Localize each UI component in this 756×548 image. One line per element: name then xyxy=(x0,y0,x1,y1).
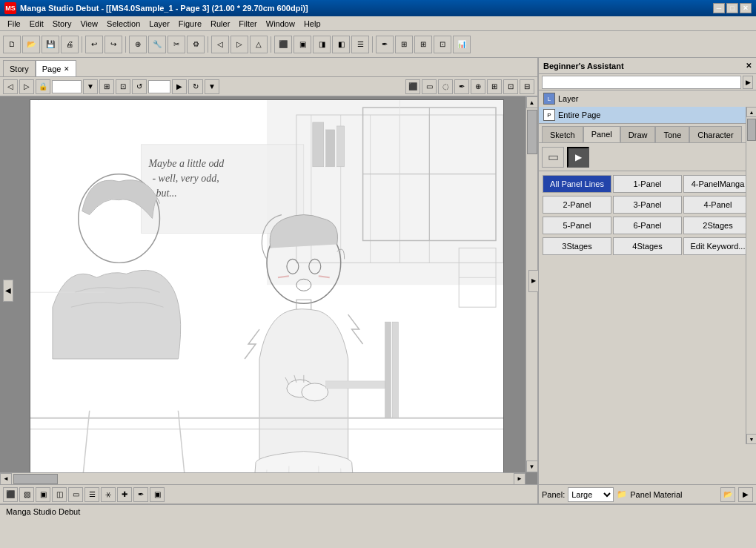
restore-button[interactable]: □ xyxy=(726,3,738,13)
ct-rotate-cw[interactable]: ↻ xyxy=(188,79,203,94)
panel-cell-1-panel[interactable]: 1-Panel xyxy=(613,175,682,193)
ct-select-lasso[interactable]: ◌ xyxy=(438,79,453,94)
panel-expand-button[interactable]: ▶ xyxy=(528,270,539,292)
close-button[interactable]: ✕ xyxy=(740,3,752,13)
cb-btn-6[interactable]: ☰ xyxy=(84,487,99,502)
panel-folder-nav-button[interactable]: ▶ xyxy=(738,487,753,502)
tab-story[interactable]: Story xyxy=(3,60,36,76)
ct-fit[interactable]: ⊞ xyxy=(99,79,114,94)
menu-figure[interactable]: Figure xyxy=(174,18,206,30)
ct-zoom-dropdown[interactable]: ▼ xyxy=(83,79,98,94)
minimize-button[interactable]: ─ xyxy=(713,3,725,13)
left-nav-arrow[interactable]: ◀ xyxy=(3,280,13,302)
open-button[interactable]: 📂 xyxy=(22,36,40,53)
ct-select-rect[interactable]: ▭ xyxy=(422,79,437,94)
tb-btn-2[interactable]: ↪ xyxy=(105,36,122,53)
tb-btn-10[interactable]: ⬛ xyxy=(274,36,292,53)
tb-btn-16[interactable]: ⊞ xyxy=(395,36,413,53)
tab-draw[interactable]: Draw xyxy=(620,126,656,142)
panel-cell-3-panel[interactable]: 3-Panel xyxy=(613,196,682,214)
menu-layer[interactable]: Layer xyxy=(145,18,174,30)
cb-btn-5[interactable]: ▭ xyxy=(68,487,83,502)
tb-btn-17[interactable]: ⊞ xyxy=(414,36,432,53)
tab-page[interactable]: Page ✕ xyxy=(36,60,77,76)
tb-btn-13[interactable]: ◧ xyxy=(332,36,350,53)
zoom-input[interactable]: 25.0 xyxy=(52,80,82,93)
tb-btn-3[interactable]: ⊕ xyxy=(129,36,147,53)
cb-btn-10[interactable]: ▣ xyxy=(150,487,165,502)
menu-story[interactable]: Story xyxy=(48,18,76,30)
menu-ruler[interactable]: Ruler xyxy=(206,18,234,30)
scroll-left-button[interactable]: ◄ xyxy=(0,473,12,485)
right-panel-scrollbar[interactable]: ▲ ▼ xyxy=(746,107,756,444)
assistant-close-button[interactable]: ✕ xyxy=(746,62,752,70)
rotate-input[interactable]: 0 xyxy=(148,80,170,93)
ct-select-all[interactable]: ⬛ xyxy=(405,79,420,94)
ct-grid2[interactable]: ⊡ xyxy=(503,79,518,94)
menu-selection[interactable]: Selection xyxy=(102,18,145,30)
cb-btn-4[interactable]: ◫ xyxy=(52,487,67,502)
tb-btn-19[interactable]: 📊 xyxy=(453,36,471,53)
menu-filter[interactable]: Filter xyxy=(234,18,261,30)
ct-rotate-ccw[interactable]: ↺ xyxy=(132,79,147,94)
cb-btn-3[interactable]: ▣ xyxy=(36,487,50,502)
panel-cell-4stages[interactable]: 4Stages xyxy=(613,237,682,255)
print-button[interactable]: 🖨 xyxy=(61,36,79,53)
layer-item-layer[interactable]: L Layer xyxy=(539,90,756,107)
panel-cell-2stages[interactable]: 2Stages xyxy=(683,217,752,234)
tab-character[interactable]: Character xyxy=(689,126,741,142)
scroll-up-button[interactable]: ▲ xyxy=(526,96,538,108)
ct-fit-width[interactable]: ⊡ xyxy=(116,79,130,94)
ct-select-pen[interactable]: ✒ xyxy=(454,79,469,94)
cb-btn-1[interactable]: ⬛ xyxy=(3,487,18,502)
ct-grid[interactable]: ⊞ xyxy=(487,79,502,94)
panel-cell-edit-keyword[interactable]: Edit Keyword... xyxy=(683,237,752,255)
tab-panel[interactable]: Panel xyxy=(583,126,620,142)
cb-btn-8[interactable]: ✚ xyxy=(117,487,132,502)
scroll-h-thumb[interactable] xyxy=(13,474,58,484)
panel-cell-4-panel-manga[interactable]: 4-PanelManga xyxy=(683,175,752,193)
tb-btn-6[interactable]: ⚙ xyxy=(187,36,205,53)
ct-rotate-right[interactable]: ▶ xyxy=(172,79,187,94)
save-button[interactable]: 💾 xyxy=(42,36,59,53)
tab-sketch[interactable]: Sketch xyxy=(542,126,583,142)
layer-item-entire-page[interactable]: P Entire Page ▶ xyxy=(539,107,756,123)
panel-lines-tool[interactable]: ▭ xyxy=(542,147,564,168)
tb-btn-9[interactable]: △ xyxy=(250,36,268,53)
tb-btn-4[interactable]: 🔧 xyxy=(148,36,166,53)
search-go-button[interactable]: ▶ xyxy=(743,76,753,89)
menu-window[interactable]: Window xyxy=(262,18,299,30)
tab-page-close[interactable]: ✕ xyxy=(64,65,70,73)
panel-cell-all-panel-lines[interactable]: All Panel Lines xyxy=(543,175,611,193)
tb-btn-11[interactable]: ▣ xyxy=(294,36,311,53)
scroll-v-thumb[interactable] xyxy=(527,110,537,154)
new-button[interactable]: 🗋 xyxy=(3,36,21,53)
panel-cell-3stages[interactable]: 3Stages xyxy=(543,237,611,255)
tb-btn-15[interactable]: ✒ xyxy=(376,36,394,53)
canvas-viewport[interactable]: ◀ Maybe a little odd - well, very odd, xyxy=(0,96,537,484)
panel-cell-5-panel[interactable]: 5-Panel xyxy=(543,217,611,234)
menu-edit[interactable]: Edit xyxy=(25,18,48,30)
tb-btn-8[interactable]: ▷ xyxy=(231,36,248,53)
panel-scroll-up[interactable]: ▲ xyxy=(746,107,756,117)
tb-btn-18[interactable]: ⊡ xyxy=(434,36,451,53)
panel-size-select[interactable]: Large Medium Small xyxy=(568,487,614,502)
ct-next-page[interactable]: ▷ xyxy=(19,79,34,94)
ct-transform[interactable]: ⊕ xyxy=(471,79,485,94)
ct-prev-page[interactable]: ◁ xyxy=(3,79,18,94)
cb-btn-9[interactable]: ✒ xyxy=(133,487,148,502)
scrollbar-bottom[interactable]: ◄ ► xyxy=(0,472,525,484)
scroll-down-button[interactable]: ▼ xyxy=(526,460,538,472)
panel-cell-4-panel[interactable]: 4-Panel xyxy=(683,196,752,214)
tab-tone[interactable]: Tone xyxy=(655,126,689,142)
cb-btn-2[interactable]: ▧ xyxy=(19,487,34,502)
panel-scroll-down[interactable]: ▼ xyxy=(746,434,756,444)
panel-scroll-thumb[interactable] xyxy=(747,119,756,141)
menu-view[interactable]: View xyxy=(76,18,102,30)
menu-help[interactable]: Help xyxy=(299,18,325,30)
scroll-right-button[interactable]: ► xyxy=(514,473,525,485)
panel-cursor-tool[interactable]: ▶ xyxy=(567,147,589,168)
tb-btn-14[interactable]: ☰ xyxy=(351,36,369,53)
tb-btn-7[interactable]: ◁ xyxy=(211,36,229,53)
tb-btn-1[interactable]: ↩ xyxy=(85,36,103,53)
